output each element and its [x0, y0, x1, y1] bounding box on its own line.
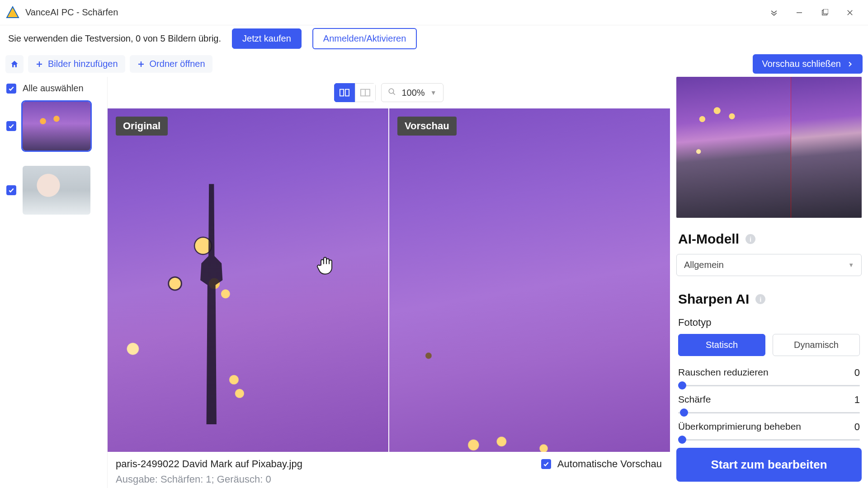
thumbnail-checkbox[interactable] — [6, 185, 16, 195]
svg-rect-3 — [823, 9, 828, 14]
noise-reduce-value: 0 — [854, 367, 860, 379]
add-images-button[interactable]: Bilder hinzufügen — [28, 55, 125, 73]
select-all-label: Alle auswählen — [23, 83, 84, 94]
original-tag: Original — [116, 117, 168, 136]
auto-preview-checkbox[interactable] — [541, 459, 551, 469]
auto-preview-label: Automatische Vorschau — [557, 458, 662, 470]
sharpness-label: Schärfe — [678, 394, 860, 405]
thumbnail-image[interactable] — [23, 166, 90, 215]
thumbnail-panel: Alle auswählen — [0, 77, 108, 488]
overcompression-value: 0 — [854, 421, 860, 433]
photo-type-dynamic-button[interactable]: Dynamisch — [773, 334, 860, 356]
svg-marker-0 — [7, 7, 19, 18]
app-logo-icon — [5, 5, 20, 20]
buy-now-button[interactable]: Jetzt kaufen — [232, 28, 302, 49]
zoom-control[interactable]: 100% ▼ — [381, 83, 443, 102]
trial-message: Sie verwenden die Testversion, 0 von 5 B… — [8, 33, 221, 44]
sharpen-title: Sharpen AI — [678, 291, 749, 307]
open-folder-button[interactable]: Ordner öffnen — [130, 55, 212, 73]
login-activate-button[interactable]: Anmelden/Aktivieren — [312, 28, 417, 49]
add-images-label: Bilder hinzufügen — [48, 59, 118, 69]
mini-preview-crop[interactable] — [791, 77, 862, 218]
action-bar: Bilder hinzufügen Ordner öffnen Vorschau… — [0, 52, 868, 77]
settings-panel: AI-Modell i Allgemein ▼ Sharpen AI i Fot… — [670, 77, 868, 488]
close-preview-label: Vorschau schließen — [762, 59, 841, 69]
home-button[interactable] — [5, 55, 24, 73]
noise-reduce-label: Rauschen reduzieren — [678, 367, 860, 378]
svg-rect-11 — [345, 89, 349, 96]
select-all-row[interactable]: Alle auswählen — [6, 83, 101, 94]
split-view-button[interactable] — [355, 83, 376, 102]
preview-tag: Vorschau — [397, 117, 457, 136]
overcompression-slider[interactable]: 0 — [678, 434, 860, 446]
maximize-button[interactable] — [812, 4, 837, 22]
original-pane[interactable]: Original — [108, 108, 388, 452]
app-title: VanceAI PC - Schärfen — [25, 7, 118, 18]
titlebar: VanceAI PC - Schärfen — [0, 0, 868, 25]
image-content — [186, 184, 237, 424]
zoom-icon — [388, 88, 396, 98]
preview-pane[interactable]: Vorschau — [389, 108, 670, 452]
thumbnail-row[interactable] — [6, 166, 101, 215]
photo-type-label: Fototyp — [678, 317, 860, 328]
compare-view[interactable]: Original Vorschau — [108, 108, 670, 452]
output-info: Ausgabe: Schärfen: 1; Geräusch: 0 — [108, 474, 670, 488]
pan-cursor-icon — [316, 254, 336, 279]
zoom-value: 100% — [401, 88, 425, 98]
thumbnail-row[interactable] — [6, 102, 101, 150]
side-by-side-button[interactable] — [334, 83, 355, 102]
thumbnail-image[interactable] — [23, 102, 90, 150]
svg-rect-10 — [340, 89, 344, 96]
sharpness-slider[interactable]: 1 — [678, 407, 860, 418]
minimize-button[interactable] — [787, 4, 812, 22]
info-icon[interactable]: i — [745, 234, 755, 244]
mini-preview[interactable] — [676, 77, 862, 218]
photo-type-static-button[interactable]: Statisch — [678, 334, 765, 356]
trial-bar: Sie verwenden die Testversion, 0 von 5 B… — [0, 25, 868, 52]
ai-model-title: AI-Modell — [678, 231, 739, 247]
compare-mode-segment — [334, 83, 376, 102]
view-controls: 100% ▼ — [108, 77, 670, 108]
filename-label: paris-2499022 David Mark auf Pixabay.jpg — [116, 458, 302, 470]
close-button[interactable] — [837, 4, 863, 22]
auto-preview-toggle[interactable]: Automatische Vorschau — [541, 458, 662, 470]
select-all-checkbox[interactable] — [6, 84, 16, 94]
start-edit-button[interactable]: Start zum bearbeiten — [676, 448, 862, 482]
noise-reduce-slider[interactable]: 0 — [678, 380, 860, 391]
thumbnail-checkbox[interactable] — [6, 121, 16, 131]
caret-down-icon: ▼ — [430, 89, 437, 96]
open-folder-label: Ordner öffnen — [150, 59, 205, 69]
close-preview-button[interactable]: Vorschau schließen — [753, 54, 863, 74]
preview-area: 100% ▼ Original Vorschau paris-2499022 D… — [108, 77, 670, 488]
ai-model-value: Allgemein — [684, 260, 724, 270]
svg-point-14 — [389, 89, 394, 94]
caret-down-icon: ▼ — [848, 262, 854, 268]
chevron-down-double-icon[interactable] — [761, 4, 787, 22]
ai-model-dropdown[interactable]: Allgemein ▼ — [676, 254, 862, 276]
sharpness-value: 1 — [854, 394, 860, 406]
info-icon[interactable]: i — [755, 294, 765, 304]
svg-line-15 — [393, 93, 396, 95]
overcompression-label: Überkomprimierung beheben — [678, 421, 860, 432]
